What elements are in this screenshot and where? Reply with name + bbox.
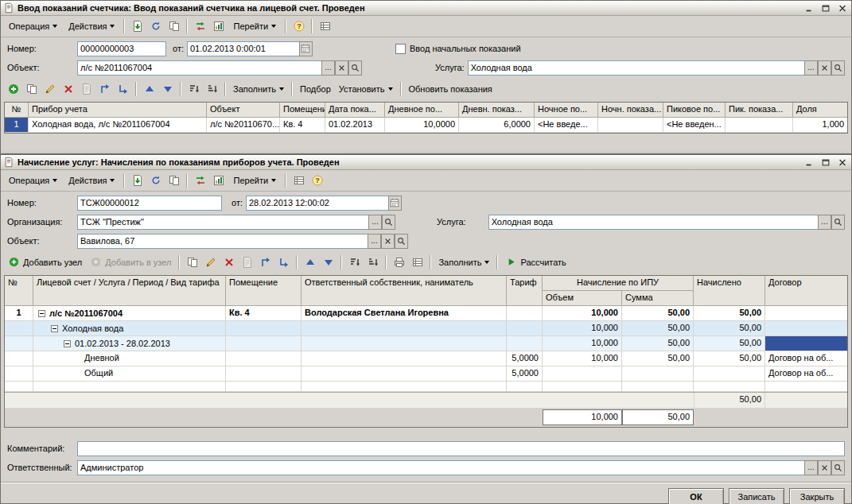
- clear-icon[interactable]: [818, 460, 831, 475]
- room-cell[interactable]: [226, 366, 302, 382]
- set-button[interactable]: Установить: [335, 83, 397, 95]
- pick-button[interactable]: Подбор: [296, 83, 335, 95]
- object-input[interactable]: л/с №2011067004: [77, 60, 321, 76]
- maximize-button[interactable]: [819, 2, 832, 14]
- ok-button[interactable]: ОК: [668, 488, 724, 504]
- contract-cell[interactable]: Договор на об...: [765, 366, 847, 382]
- open-icon[interactable]: [395, 234, 408, 249]
- accrued-cell[interactable]: 50,00: [694, 306, 765, 321]
- tariff-cell[interactable]: 5,0000: [507, 366, 543, 382]
- sort-asc-icon[interactable]: [185, 80, 203, 97]
- close-button[interactable]: [835, 2, 849, 14]
- clear-icon[interactable]: [818, 60, 831, 76]
- service-node-cell[interactable]: Холодная вода: [33, 321, 226, 336]
- reports-icon[interactable]: [209, 173, 228, 189]
- operation-menu[interactable]: Операция: [3, 18, 63, 34]
- row-number-cell[interactable]: 1: [5, 306, 33, 321]
- list-settings-icon[interactable]: [316, 18, 334, 35]
- edit-row-icon[interactable]: [41, 80, 59, 97]
- row-number-cell[interactable]: [5, 351, 33, 366]
- calendar-icon[interactable]: [388, 196, 402, 211]
- tariff-cell[interactable]: 5,0000: [507, 351, 543, 366]
- document-movements-icon[interactable]: [191, 18, 209, 35]
- room-cell[interactable]: Кв. 4: [226, 306, 302, 321]
- help-icon[interactable]: [290, 18, 308, 35]
- tree-collapse-icon[interactable]: [51, 325, 58, 332]
- volume-cell[interactable]: [543, 366, 622, 382]
- delete-row-icon[interactable]: [59, 80, 77, 97]
- night-reading-cell[interactable]: [598, 118, 663, 133]
- document-icon[interactable]: [238, 254, 256, 270]
- refresh-readings-button[interactable]: Обновить показания: [405, 83, 496, 95]
- number-input[interactable]: 00000000003: [77, 41, 166, 56]
- row-number-cell[interactable]: 1: [5, 118, 29, 133]
- service-input[interactable]: Холодная вода: [488, 215, 818, 230]
- contract-cell[interactable]: Договор на об...: [765, 351, 847, 366]
- accrued-cell[interactable]: [694, 366, 765, 382]
- open-icon[interactable]: [348, 60, 362, 76]
- period-node-cell[interactable]: 01.02.2013 - 28.02.2013: [33, 336, 226, 351]
- open-icon[interactable]: [831, 460, 845, 475]
- sum-cell[interactable]: 50,00: [622, 306, 694, 321]
- delete-row-icon[interactable]: [220, 254, 238, 270]
- tree-collapse-icon[interactable]: [38, 310, 45, 317]
- sort-desc-icon[interactable]: [364, 254, 382, 270]
- sum-cell[interactable]: [622, 366, 694, 382]
- add-row-icon[interactable]: [4, 80, 22, 97]
- help-icon[interactable]: [308, 173, 326, 189]
- document-icon[interactable]: [77, 80, 95, 97]
- tariff-cell[interactable]: [507, 306, 543, 321]
- date-input[interactable]: 01.02.2013 0:00:01: [187, 41, 299, 56]
- sum-cell[interactable]: 50,00: [622, 321, 694, 336]
- row-number-cell[interactable]: [5, 321, 33, 336]
- peak-reading-cell[interactable]: [726, 118, 793, 133]
- volume-cell[interactable]: 10,000: [543, 321, 622, 336]
- copy-row-icon[interactable]: [22, 80, 41, 97]
- account-cell[interactable]: л/с №2011067004: [33, 306, 226, 321]
- volume-cell[interactable]: 10,000: [543, 336, 622, 351]
- accrued-cell[interactable]: 50,00: [694, 336, 765, 351]
- copy-row-icon[interactable]: [183, 254, 201, 270]
- lookup-icon[interactable]: ...: [368, 215, 382, 230]
- day-consumption-cell[interactable]: 10,0000: [385, 118, 459, 133]
- row-number-cell[interactable]: [5, 366, 33, 382]
- initial-readings-checkbox[interactable]: [395, 44, 406, 54]
- organization-input[interactable]: ТСЖ "Престиж": [77, 215, 368, 230]
- lookup-icon[interactable]: ...: [804, 460, 818, 475]
- owner-cell[interactable]: [302, 366, 507, 382]
- move-up-icon[interactable]: [301, 254, 319, 270]
- lookup-icon[interactable]: ...: [818, 215, 831, 230]
- actions-menu[interactable]: Действия: [63, 18, 120, 34]
- calculate-button[interactable]: Рассчитать: [501, 254, 570, 269]
- contract-cell-selected[interactable]: [765, 336, 847, 351]
- tariff-kind-cell[interactable]: Общий: [33, 366, 226, 382]
- room-cell[interactable]: [226, 321, 302, 336]
- object-input[interactable]: Вавилова, 67: [77, 234, 368, 249]
- open-icon[interactable]: [831, 215, 845, 230]
- actions-menu[interactable]: Действия: [63, 173, 120, 188]
- room-cell[interactable]: Кв. 4: [280, 118, 325, 133]
- add-into-node-button[interactable]: Добавить в узел: [86, 254, 175, 269]
- move-up-icon[interactable]: [140, 80, 158, 97]
- move-level-down-icon[interactable]: [114, 80, 132, 97]
- reread-document-icon[interactable]: [146, 173, 165, 189]
- lookup-icon[interactable]: ...: [804, 60, 818, 76]
- number-input[interactable]: ТСЖ00000012: [77, 196, 222, 211]
- tariff-kind-cell[interactable]: Дневной: [33, 351, 226, 366]
- date-input[interactable]: 28.02.2013 12:00:02: [246, 196, 388, 211]
- comment-input[interactable]: [77, 441, 845, 456]
- date-cell[interactable]: 01.02.2013: [325, 118, 385, 133]
- move-down-icon[interactable]: [319, 254, 337, 270]
- reread-document-icon[interactable]: [146, 18, 165, 35]
- move-level-down-icon[interactable]: [274, 254, 293, 270]
- clear-icon[interactable]: [381, 234, 395, 249]
- clear-icon[interactable]: [335, 60, 348, 76]
- move-level-up-icon[interactable]: [95, 80, 114, 97]
- print-icon[interactable]: [390, 254, 408, 270]
- accrued-cell[interactable]: 50,00: [694, 321, 765, 336]
- accrued-cell[interactable]: 50,00: [694, 351, 765, 366]
- fill-button[interactable]: Заполнить: [229, 83, 288, 95]
- owner-cell[interactable]: [302, 321, 507, 336]
- move-down-icon[interactable]: [158, 80, 177, 97]
- copy-document-icon[interactable]: [165, 173, 183, 189]
